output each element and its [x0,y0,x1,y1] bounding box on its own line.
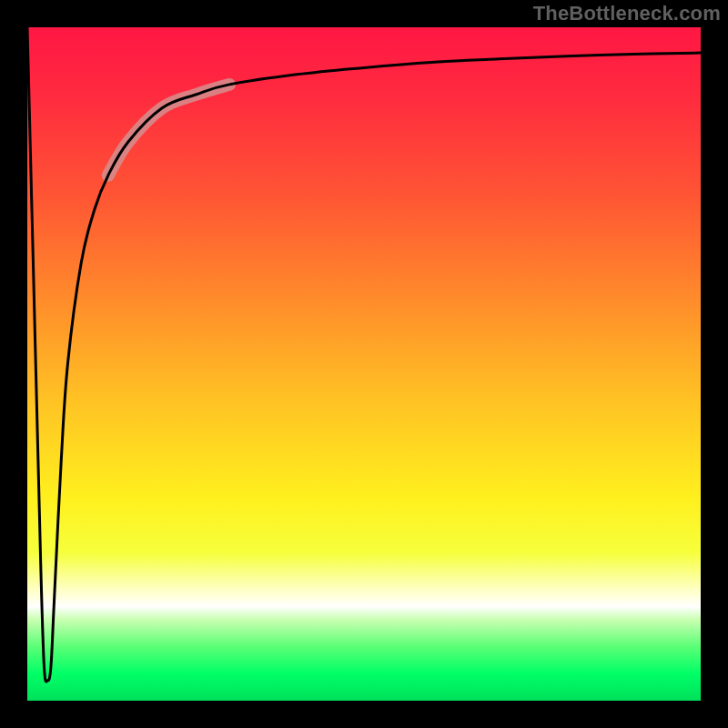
curve-layer [27,27,701,701]
curve-highlight [108,85,229,176]
chart-stage: TheBottleneck.com [0,0,728,728]
watermark-text: TheBottleneck.com [533,2,721,25]
plot-area [27,27,701,701]
curve-main [27,27,701,682]
